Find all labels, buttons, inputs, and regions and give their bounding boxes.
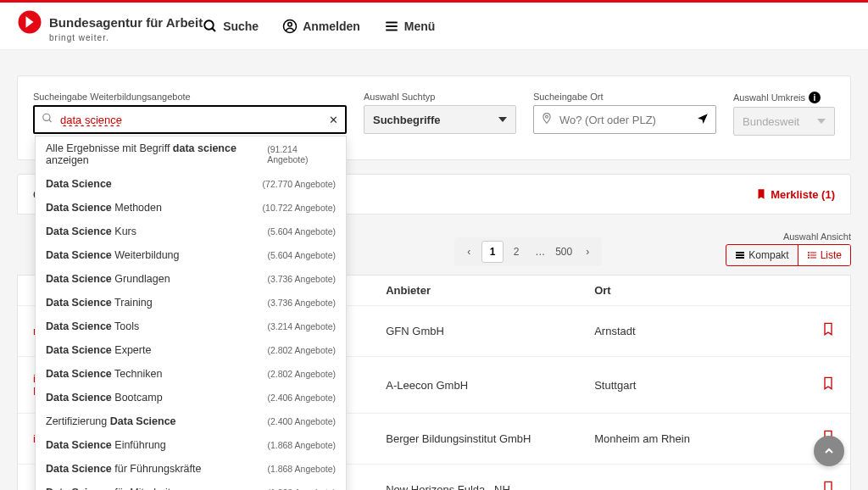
- col-provider: Anbieter: [386, 284, 594, 297]
- suggestion-item[interactable]: Data Science(72.770 Angebote): [36, 172, 346, 196]
- search-icon: [203, 19, 218, 34]
- site-header: Bundesagentur für Arbeit bringt weiter. …: [0, 3, 868, 50]
- svg-rect-17: [810, 255, 816, 256]
- locate-icon[interactable]: [697, 113, 709, 127]
- query-input-wrap[interactable]: ✕ Alle Ergebnisse mit Begriff data scien…: [33, 105, 347, 134]
- suggestion-count: (91.214 Angebote): [267, 144, 336, 164]
- suggestion-item[interactable]: Data Science Einführung(1.868 Angebote): [36, 433, 346, 457]
- suggestion-label: Data Science Grundlagen: [46, 273, 170, 285]
- suggestion-label: Data Science Techniken: [46, 368, 162, 380]
- suggestion-count: (2.802 Angebote): [267, 369, 336, 379]
- suggestion-item[interactable]: Data Science Weiterbildung(5.604 Angebot…: [36, 243, 346, 267]
- svg-rect-19: [810, 258, 816, 259]
- autocomplete-dropdown: Alle Ergebnisse mit Begriff data science…: [35, 136, 347, 490]
- info-icon[interactable]: i: [809, 92, 821, 103]
- suggestion-item[interactable]: Data Science für Mitarbeiter(1.868 Angeb…: [36, 481, 346, 490]
- result-provider: New Horizons Fulda · NH: [386, 483, 594, 490]
- login-button[interactable]: Anmelden: [282, 19, 360, 34]
- suggestion-count: (2.400 Angebote): [267, 416, 336, 426]
- loc-label: Sucheingabe Ort: [533, 92, 716, 102]
- page-2[interactable]: 2: [505, 241, 527, 263]
- suggestion-item[interactable]: Data Science Experte(2.802 Angebote): [36, 338, 346, 362]
- suggestion-count: (10.722 Angebote): [263, 203, 336, 213]
- menu-button[interactable]: Menü: [384, 19, 436, 34]
- suggestion-label: Data Science Experte: [46, 344, 151, 356]
- suggestion-count: (5.604 Angebote): [267, 226, 336, 237]
- svg-rect-11: [736, 252, 744, 253]
- merkliste-link[interactable]: Merkliste (1): [755, 188, 835, 201]
- chevron-down-icon: [498, 117, 507, 122]
- hamburger-icon: [384, 19, 399, 34]
- location-input[interactable]: [559, 114, 690, 126]
- suggestion-label: Data Science Bootcamp: [46, 392, 163, 404]
- suggestion-item[interactable]: Data Science Techniken(2.802 Angebote): [36, 362, 346, 386]
- brand-slogan: bringt weiter.: [49, 33, 203, 42]
- suggestion-item[interactable]: Data Science für Führungskräfte(1.868 An…: [36, 457, 346, 481]
- location-input-wrap[interactable]: [533, 105, 716, 134]
- pagination: ‹ 1 2 … 500 ›: [454, 237, 602, 266]
- svg-line-9: [49, 120, 52, 122]
- search-type-value: Suchbegriffe: [373, 114, 440, 126]
- suggestion-count: (2.802 Angebote): [267, 345, 336, 355]
- search-icon: [42, 113, 53, 127]
- suggestion-item[interactable]: Data Science Grundlagen(3.736 Angebote): [36, 267, 346, 291]
- suggestion-label: Data Science Tools: [46, 320, 139, 332]
- page-next[interactable]: ›: [576, 241, 598, 263]
- bookmark-button[interactable]: [821, 482, 835, 490]
- search-panel: Sucheingabe Weiterbildungsangebote ✕ All…: [17, 75, 851, 160]
- page-last[interactable]: 500: [553, 241, 575, 263]
- suggestion-count: (2.406 Angebote): [267, 393, 336, 403]
- bookmark-button[interactable]: [821, 323, 835, 340]
- query-label: Sucheingabe Weiterbildungsangebote: [33, 92, 347, 102]
- merkliste-label: Merkliste (1): [771, 188, 835, 201]
- user-icon: [282, 19, 298, 34]
- suggestion-label: Zertifizierung Data Science: [46, 415, 176, 427]
- suggestion-item[interactable]: Data Science Kurs(5.604 Angebote): [36, 220, 346, 243]
- view-compact-button[interactable]: Kompakt: [726, 245, 797, 265]
- suggestion-item[interactable]: Zertifizierung Data Science(2.400 Angebo…: [36, 409, 346, 433]
- col-location: Ort: [594, 284, 787, 297]
- svg-point-8: [43, 114, 50, 120]
- scroll-top-button[interactable]: [814, 436, 844, 466]
- suggestion-item[interactable]: Data Science Tools(3.214 Angebote): [36, 315, 346, 338]
- page-dots: …: [529, 241, 551, 263]
- ba-logo-icon: [17, 9, 42, 35]
- suggestion-item[interactable]: Data Science Training(3.736 Angebote): [36, 291, 346, 315]
- result-location: Monheim am Rhein: [594, 432, 787, 445]
- suggestion-count: (5.604 Angebote): [267, 250, 336, 260]
- suggestion-count: (1.868 Angebote): [267, 440, 336, 450]
- suggestion-label: Data Science für Führungskräfte: [46, 463, 201, 475]
- page-prev[interactable]: ‹: [458, 241, 480, 263]
- radius-select[interactable]: Bundesweit: [733, 107, 835, 136]
- suggestion-label: Data Science: [46, 178, 112, 190]
- suggestion-label: Data Science für Mitarbeiter: [46, 487, 180, 490]
- svg-point-1: [204, 20, 214, 30]
- clear-icon[interactable]: ✕: [329, 114, 338, 126]
- suggestion-item[interactable]: Data Science Methoden(10.722 Angebote): [36, 196, 346, 220]
- brand-name: Bundesagentur für Arbeit: [49, 15, 203, 30]
- menu-label: Menü: [404, 19, 436, 33]
- suggestion-count: (1.868 Angebote): [267, 464, 336, 474]
- page-1[interactable]: 1: [481, 241, 504, 263]
- header-search-label: Suche: [223, 19, 259, 33]
- suggestion-label: Data Science Kurs: [46, 226, 136, 237]
- pin-icon: [541, 113, 553, 127]
- suggestion-item[interactable]: Alle Ergebnisse mit Begriff data science…: [36, 136, 346, 172]
- bookmark-button[interactable]: [821, 377, 835, 394]
- svg-point-18: [808, 257, 810, 259]
- svg-point-4: [288, 22, 292, 26]
- radius-label: Auswahl Umkreis i: [733, 92, 835, 103]
- view-label: Auswahl Ansicht: [783, 231, 851, 242]
- view-toggle: Kompakt Liste: [726, 244, 851, 266]
- result-provider: Berger Bildungsinstitut GmbH: [386, 432, 594, 445]
- suggestion-count: (72.770 Angebote): [263, 179, 336, 189]
- query-input[interactable]: [60, 114, 320, 126]
- suggestion-item[interactable]: Data Science Bootcamp(2.406 Angebote): [36, 386, 346, 409]
- result-location: Arnstadt: [594, 325, 787, 337]
- suggestion-label: Data Science Training: [46, 297, 153, 309]
- suggestion-count: (3.736 Angebote): [267, 274, 336, 284]
- suggestion-label: Alle Ergebnisse mit Begriff data science…: [46, 142, 267, 166]
- header-search-button[interactable]: Suche: [203, 19, 259, 34]
- view-list-button[interactable]: Liste: [798, 245, 850, 265]
- search-type-select[interactable]: Suchbegriffe: [364, 105, 516, 134]
